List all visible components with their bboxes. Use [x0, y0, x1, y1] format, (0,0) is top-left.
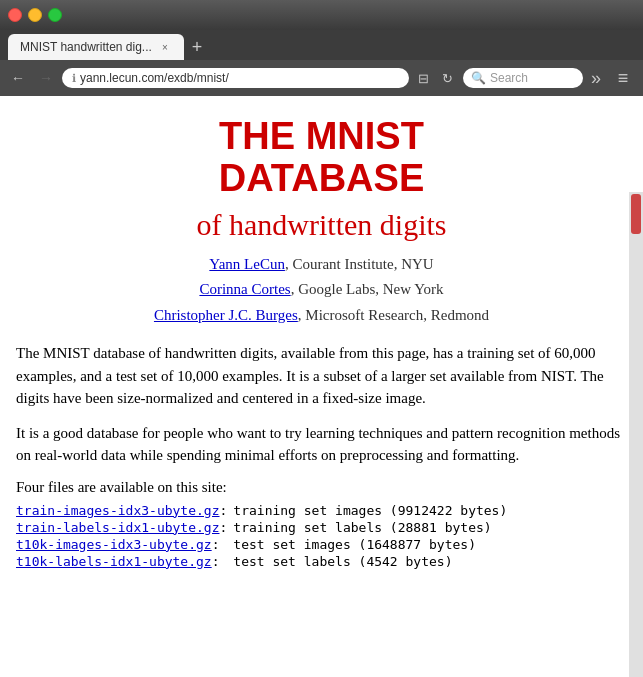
maximize-button[interactable] [48, 8, 62, 22]
scrollbar-thumb[interactable] [631, 194, 641, 234]
file-link-cell[interactable]: train-labels-idx1-ubyte.gz: [16, 519, 233, 536]
new-tab-button[interactable]: + [184, 34, 211, 60]
author-link-yann[interactable]: Yann LeCun [209, 256, 285, 272]
page-content: THE MNIST DATABASE of handwritten digits… [0, 96, 643, 677]
table-row: train-labels-idx1-ubyte.gz: training set… [16, 519, 513, 536]
file-link[interactable]: train-labels-idx1-ubyte.gz [16, 520, 220, 535]
author-row-1: Yann LeCun, Courant Institute, NYU [16, 252, 627, 278]
address-icons: ⊟ ↻ [413, 67, 459, 89]
close-button[interactable] [8, 8, 22, 22]
paragraph-1: The MNIST database of handwritten digits… [16, 342, 627, 410]
file-desc-cell: test set images (1648877 bytes) [233, 536, 513, 553]
tab-close-button[interactable]: × [158, 40, 172, 54]
search-icon: 🔍 [471, 71, 486, 85]
page-title-line2: DATABASE [16, 158, 627, 200]
info-icon: ℹ [72, 72, 76, 85]
search-box[interactable]: 🔍 Search [463, 68, 583, 88]
active-tab[interactable]: MNIST handwritten dig... × [8, 34, 184, 60]
file-link[interactable]: train-images-idx3-ubyte.gz [16, 503, 220, 518]
browser-viewport: THE MNIST DATABASE of handwritten digits… [0, 96, 643, 677]
url-text: yann.lecun.com/exdb/mnist/ [80, 71, 399, 85]
file-link[interactable]: t10k-labels-idx1-ubyte.gz [16, 554, 212, 569]
search-label: Search [490, 71, 528, 85]
refresh-button[interactable]: ↻ [437, 67, 459, 89]
author-link-corinna[interactable]: Corinna Cortes [199, 281, 290, 297]
file-desc-cell: test set labels (4542 bytes) [233, 553, 513, 570]
file-link-cell[interactable]: t10k-labels-idx1-ubyte.gz: [16, 553, 233, 570]
file-desc-cell: training set labels (28881 bytes) [233, 519, 513, 536]
tab-title: MNIST handwritten dig... [20, 40, 152, 54]
back-button[interactable]: ← [6, 66, 30, 90]
forward-button[interactable]: → [34, 66, 58, 90]
author-row-3: Christopher J.C. Burges, Microsoft Resea… [16, 303, 627, 329]
file-link-cell[interactable]: train-images-idx3-ubyte.gz: [16, 502, 233, 519]
overflow-button[interactable]: » [587, 68, 605, 89]
address-bar: ← → ℹ yann.lecun.com/exdb/mnist/ ⊟ ↻ 🔍 S… [0, 60, 643, 96]
minimize-button[interactable] [28, 8, 42, 22]
table-row: t10k-images-idx3-ubyte.gz: test set imag… [16, 536, 513, 553]
menu-button[interactable]: ≡ [609, 64, 637, 92]
page-subtitle: of handwritten digits [16, 208, 627, 242]
files-header: Four files are available on this site: [16, 479, 627, 496]
table-row: t10k-labels-idx1-ubyte.gz: test set labe… [16, 553, 513, 570]
files-table: train-images-idx3-ubyte.gz: training set… [16, 502, 513, 570]
file-link[interactable]: t10k-images-idx3-ubyte.gz [16, 537, 212, 552]
author-link-christopher[interactable]: Christopher J.C. Burges [154, 307, 298, 323]
scrollbar-track[interactable] [629, 192, 643, 677]
file-desc-cell: training set images (9912422 bytes) [233, 502, 513, 519]
tab-bar: MNIST handwritten dig... × + [0, 30, 643, 60]
file-link-cell[interactable]: t10k-images-idx3-ubyte.gz: [16, 536, 233, 553]
url-bar[interactable]: ℹ yann.lecun.com/exdb/mnist/ [62, 68, 409, 88]
authors: Yann LeCun, Courant Institute, NYU Corin… [16, 252, 627, 329]
titlebar [0, 0, 643, 30]
author-row-2: Corinna Cortes, Google Labs, New York [16, 277, 627, 303]
table-row: train-images-idx3-ubyte.gz: training set… [16, 502, 513, 519]
page-title-line1: THE MNIST [16, 116, 627, 158]
paragraph-2: It is a good database for people who wan… [16, 422, 627, 467]
reader-icon-button[interactable]: ⊟ [413, 67, 435, 89]
